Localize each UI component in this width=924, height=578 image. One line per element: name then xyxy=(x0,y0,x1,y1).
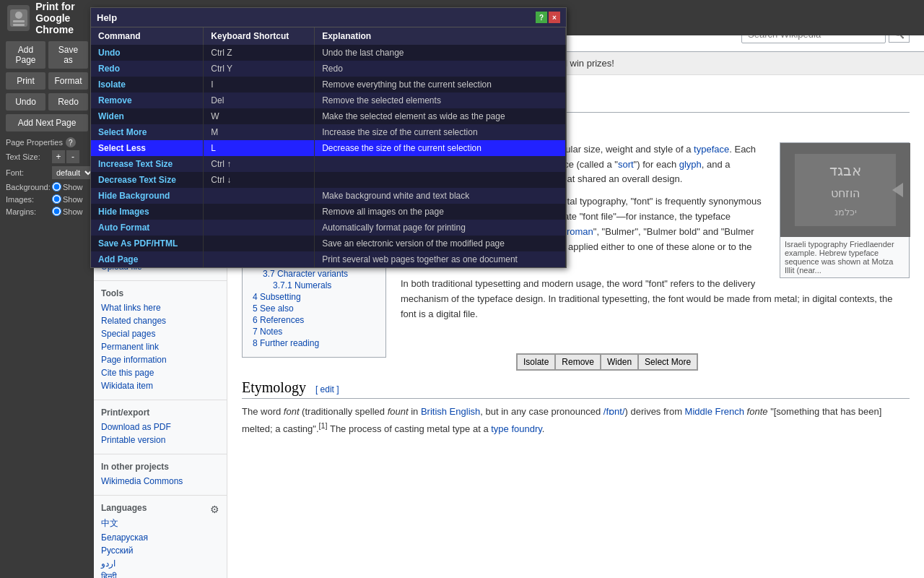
text-size-increase-button[interactable]: + xyxy=(52,150,65,163)
images-show-radio[interactable] xyxy=(52,194,61,204)
help-row-explanation: Decrease the size of the current selecti… xyxy=(315,140,566,156)
background-show-radio[interactable] xyxy=(52,182,61,191)
thumb-image: אבגד הוזחט יכלמנ xyxy=(780,143,910,237)
sidebar-permanent-link[interactable]: Permanent link xyxy=(101,340,219,353)
add-next-page-button[interactable]: Add Next Page xyxy=(6,114,88,131)
glyph-link[interactable]: glyph xyxy=(679,159,702,170)
help-row-shortcut: I xyxy=(204,77,315,92)
margins-show-radio[interactable] xyxy=(52,207,61,216)
dialog-control-buttons: ? × xyxy=(536,12,560,23)
text-size-row: Text Size: + - xyxy=(6,150,88,163)
help-dialog-question-button[interactable]: ? xyxy=(536,12,547,23)
contents-link-3-7[interactable]: 3.7 Character variants xyxy=(263,269,348,279)
font-select[interactable]: default xyxy=(52,166,94,179)
app-logo: Print for Google Chrome xyxy=(7,1,101,35)
images-show-label[interactable]: Show xyxy=(52,194,94,204)
isolate-button[interactable]: Isolate xyxy=(517,354,555,370)
help-col-command: Command xyxy=(91,27,204,45)
undo-button[interactable]: Undo xyxy=(6,93,45,111)
help-table-row: Select More M Increase the size of the c… xyxy=(91,124,566,140)
contents-link-4[interactable]: 4 Subsetting xyxy=(253,292,301,302)
margins-show-label[interactable]: Show xyxy=(52,207,94,216)
help-row-explanation: Print several web pages together as one … xyxy=(315,251,566,267)
isolate-toolbar: Isolate Remove Widen Select More xyxy=(516,353,698,371)
sidebar-lang-zh[interactable]: 中文 xyxy=(101,516,219,531)
redo-button[interactable]: Redo xyxy=(48,93,88,111)
help-table-body: Undo Ctrl Z Undo the last change Redo Ct… xyxy=(91,45,566,267)
help-row-shortcut xyxy=(204,204,315,220)
sidebar-related-changes[interactable]: Related changes xyxy=(101,314,219,327)
contents-item-3-7-1: 3.7.1 Numerals xyxy=(273,280,375,290)
save-as-button[interactable]: Save as xyxy=(48,41,88,69)
british-english-link[interactable]: British English xyxy=(421,406,480,417)
help-row-shortcut xyxy=(204,251,315,267)
sidebar-lang-be[interactable]: Беларуская xyxy=(101,531,219,544)
font-row: Font: default xyxy=(6,166,88,179)
help-row-command: Auto Format xyxy=(91,220,204,236)
help-row-shortcut: Ctrl ↓ xyxy=(204,172,315,188)
sidebar-lang-hi[interactable]: हिन्दी xyxy=(101,570,219,578)
sidebar-tools-title: Tools xyxy=(101,288,219,298)
sidebar-what-links-here[interactable]: What links here xyxy=(101,301,219,314)
page-properties-label: Page Properties ? xyxy=(6,137,88,147)
contents-link-5[interactable]: 5 See also xyxy=(253,303,294,314)
help-row-explanation: Remove the selected elements xyxy=(315,92,566,108)
background-label: Background: xyxy=(6,183,49,191)
sidebar-download-pdf[interactable]: Download as PDF xyxy=(101,420,219,434)
font-label: Font: xyxy=(6,168,49,177)
etymology-edit-link[interactable]: [ edit ] xyxy=(315,384,339,394)
sidebar-lang-ru[interactable]: Русский xyxy=(101,544,219,557)
middle-french-link[interactable]: Middle French xyxy=(685,406,744,417)
contents-item-8: 8 Further reading xyxy=(253,338,375,348)
sort-link[interactable]: sort xyxy=(618,159,634,170)
background-show-label[interactable]: Show xyxy=(52,182,94,191)
help-row-explanation: Increase the size of the current selecti… xyxy=(315,124,566,140)
sidebar-cite-this-page[interactable]: Cite this page xyxy=(101,366,219,379)
help-row-explanation: Make the selected element as wide as the… xyxy=(315,108,566,124)
help-dialog-titlebar: Help ? × xyxy=(91,8,566,27)
sidebar-print-export: Print/export Download as PDF Printable v… xyxy=(94,405,227,449)
help-row-command: Widen xyxy=(91,108,204,124)
typeface-link[interactable]: typeface xyxy=(694,144,729,155)
help-dialog: Help ? × Command Keyboard Shortcut Expla… xyxy=(90,7,567,268)
help-row-shortcut: Ctrl Z xyxy=(204,45,315,61)
format-button[interactable]: Format xyxy=(48,72,88,90)
pronunciation-link[interactable]: /fɒnt/ xyxy=(603,406,625,417)
sidebar-wikimedia-commons[interactable]: Wikimedia Commons xyxy=(101,475,219,488)
left-panel: Add Page Save as Print Format Undo Redo … xyxy=(0,35,94,578)
contents-item-5: 5 See also xyxy=(253,303,375,314)
contents-link-7[interactable]: 7 Notes xyxy=(253,327,282,337)
page-properties-help-icon[interactable]: ? xyxy=(66,137,76,147)
contents-link-8[interactable]: 8 Further reading xyxy=(253,338,319,348)
app-logo-icon xyxy=(7,5,30,31)
help-row-shortcut xyxy=(204,220,315,236)
add-page-button[interactable]: Add Page xyxy=(6,41,45,69)
help-table: Command Keyboard Shortcut Explanation Un… xyxy=(91,27,566,267)
help-row-command: Hide Background xyxy=(91,188,204,204)
print-button[interactable]: Print xyxy=(6,72,45,90)
text-size-decrease-button[interactable]: - xyxy=(66,150,79,163)
help-table-row: Save As PDF/HTML Save an electronic vers… xyxy=(91,236,566,251)
remove-button[interactable]: Remove xyxy=(555,354,601,370)
widen-button[interactable]: Widen xyxy=(601,354,638,370)
help-row-command: Hide Images xyxy=(91,204,204,220)
contents-link-6[interactable]: 6 References xyxy=(253,315,304,325)
sidebar-wikidata-item[interactable]: Wikidata item xyxy=(101,379,219,392)
contents-link-3-7-1[interactable]: 3.7.1 Numerals xyxy=(273,280,331,290)
wiki-thumbnail: אבגד הוזחט יכלמנ Israeli typography Frie… xyxy=(780,142,910,278)
sidebar-special-pages[interactable]: Special pages xyxy=(101,327,219,340)
sidebar-page-information[interactable]: Page information xyxy=(101,353,219,366)
type-foundry-link[interactable]: type foundry xyxy=(491,423,542,434)
select-more-button[interactable]: Select More xyxy=(638,354,697,370)
margins-label: Margins: xyxy=(6,207,49,216)
svg-rect-2 xyxy=(13,20,25,22)
etymology-heading: Etymology [ edit ] xyxy=(242,379,910,399)
help-dialog-close-button[interactable]: × xyxy=(549,12,560,23)
sidebar-lang-ur[interactable]: اردو xyxy=(101,557,219,570)
sidebar-printable-version[interactable]: Printable version xyxy=(101,434,219,447)
help-row-command: Increase Text Size xyxy=(91,156,204,172)
help-row-explanation: Make background white and text black xyxy=(315,188,566,204)
help-table-row: Isolate I Remove everything but the curr… xyxy=(91,77,566,92)
languages-gear-icon[interactable]: ⚙ xyxy=(210,504,219,515)
sidebar-languages: Languages ⚙ 中文 Беларуская Русский اردو ह… xyxy=(94,500,227,578)
